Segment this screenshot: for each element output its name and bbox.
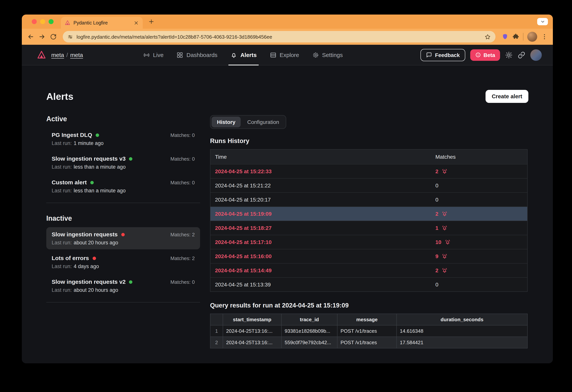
- tab-configuration[interactable]: Configuration: [242, 117, 285, 127]
- cell-trace-id: 93381e18268b09b...: [281, 326, 337, 337]
- alert-matches: Matches: 0: [171, 132, 195, 138]
- alert-list-item-selected[interactable]: Slow ingestion requests Matches: 2 Last …: [46, 227, 200, 249]
- tab-history[interactable]: History: [212, 117, 241, 127]
- feedback-label: Feedback: [435, 52, 460, 58]
- address-bar[interactable]: logfire.pydantic.dev/meta/meta/alerts?al…: [63, 31, 495, 43]
- active-heading: Active: [46, 115, 200, 123]
- alert-list-item[interactable]: Custom alert Matches: 0 Last run:less th…: [46, 175, 200, 197]
- nav-alerts[interactable]: Alerts: [224, 45, 263, 65]
- cell-start-timestamp: 2024-04-25T13:16:...: [223, 326, 281, 337]
- run-matches: 10: [435, 239, 523, 245]
- close-window-button[interactable]: [32, 19, 37, 24]
- column-header-index: [210, 314, 223, 325]
- runs-history-row[interactable]: 2024-04-25 at 15:18:27 1: [210, 221, 527, 235]
- alert-name: PG Ingest DLQ: [52, 132, 92, 138]
- nav-settings[interactable]: Settings: [305, 45, 349, 65]
- run-time: 2024-04-25 at 15:18:27: [215, 225, 435, 231]
- explore-rows-icon: [270, 51, 277, 58]
- alert-list-item[interactable]: PG Ingest DLQ Matches: 0 Last run:1 minu…: [46, 128, 200, 150]
- runs-history-row[interactable]: 2024-04-25 at 15:14:49 2: [210, 263, 527, 277]
- browser-menu-kebab-icon[interactable]: [541, 33, 548, 40]
- tab-close-icon[interactable]: [134, 20, 139, 25]
- cell-duration-seconds: 17.584421: [396, 337, 527, 348]
- user-avatar[interactable]: [530, 49, 542, 61]
- runs-history-row-selected[interactable]: 2024-04-25 at 15:19:09 2: [210, 206, 527, 221]
- cell-duration-seconds: 14.616348: [396, 326, 527, 337]
- query-result-row: 2 2024-04-25T13:16:... 559c0f79e792cb42.…: [210, 337, 527, 348]
- share-link-icon[interactable]: [518, 51, 525, 59]
- nav-explore[interactable]: Explore: [263, 45, 306, 65]
- tab-strip: Pydantic Logfire: [22, 15, 553, 29]
- run-time: 2024-04-25 at 15:14:49: [215, 267, 435, 273]
- page-title: Alerts: [46, 91, 73, 102]
- status-dot-red: [121, 233, 125, 236]
- alert-list-item[interactable]: Slow ingestion requests v2 Matches: 0 La…: [46, 275, 200, 297]
- zoom-window-button[interactable]: [48, 19, 54, 24]
- create-alert-button[interactable]: Create alert: [486, 90, 528, 103]
- reload-button[interactable]: [50, 33, 57, 40]
- breadcrumb-org-link[interactable]: meta: [51, 52, 64, 58]
- nav-live[interactable]: Live: [137, 45, 170, 65]
- query-results-table: start_timestamp trace_id message duratio…: [210, 314, 528, 348]
- column-header-matches: Matches: [435, 154, 523, 160]
- runs-history-row[interactable]: 2024-04-25 at 15:22:33 2: [210, 164, 527, 178]
- logfire-favicon-icon: [65, 20, 70, 26]
- tab-search-button[interactable]: [537, 18, 548, 25]
- run-time: 2024-04-25 at 15:22:33: [215, 168, 435, 174]
- app-header: meta/meta Live Dashboards Alerts: [22, 45, 553, 65]
- cell-message: POST /v1/traces: [337, 337, 396, 348]
- runs-history-row[interactable]: 2024-04-25 at 15:13:39 0: [210, 277, 527, 291]
- bell-ring-icon: [442, 267, 448, 273]
- browser-tab[interactable]: Pydantic Logfire: [61, 17, 143, 29]
- run-time: 2024-04-25 at 15:16:00: [215, 253, 435, 259]
- bell-ring-icon: [442, 253, 448, 259]
- runs-history-row[interactable]: 2024-04-25 at 15:20:17 0: [210, 192, 527, 206]
- live-broadcast-icon: [143, 51, 150, 58]
- info-circle-icon: [475, 52, 481, 58]
- nav-dashboards-label: Dashboards: [187, 52, 218, 58]
- alert-list-item[interactable]: Lots of errors Matches: 2 Last run:4 day…: [46, 251, 200, 273]
- status-dot-green: [90, 181, 94, 184]
- runs-history-row[interactable]: 2024-04-25 at 15:17:10 10: [210, 235, 527, 249]
- extension-icon[interactable]: [502, 33, 508, 40]
- feedback-button[interactable]: Feedback: [420, 49, 465, 61]
- bell-ring-icon: [442, 211, 448, 217]
- last-run-label: Last run:: [52, 164, 72, 170]
- window-controls: [32, 19, 54, 24]
- bookmark-star-icon[interactable]: [484, 33, 491, 40]
- runs-history-row[interactable]: 2024-04-25 at 15:21:22 0: [210, 178, 527, 192]
- new-tab-button[interactable]: [148, 18, 155, 25]
- back-button[interactable]: [27, 33, 34, 41]
- last-run-value: less than a minute ago: [74, 188, 126, 193]
- minimize-window-button[interactable]: [40, 19, 45, 24]
- alert-list-item[interactable]: Slow ingestion requests v3 Matches: 0 La…: [46, 151, 200, 174]
- forward-button[interactable]: [38, 33, 46, 41]
- browser-profile-avatar[interactable]: [527, 32, 537, 42]
- runs-history-row[interactable]: 2024-04-25 at 15:16:00 9: [210, 249, 527, 263]
- toolbar-divider: [523, 33, 524, 41]
- status-dot-green: [96, 133, 99, 137]
- column-header-duration-seconds: duration_seconds: [396, 314, 527, 325]
- nav-dashboards[interactable]: Dashboards: [170, 45, 224, 65]
- runs-table-header: Time Matches: [210, 150, 527, 164]
- run-matches: 9: [435, 253, 523, 259]
- cell-message: POST /v1/traces: [337, 326, 396, 337]
- column-header-start-timestamp: start_timestamp: [223, 314, 281, 325]
- theme-sun-icon[interactable]: [505, 51, 513, 59]
- main-content: Alerts Create alert Active PG Ingest DLQ…: [22, 65, 553, 363]
- page-head: Alerts Create alert: [46, 90, 528, 103]
- site-settings-icon[interactable]: [67, 34, 73, 40]
- beta-button[interactable]: Beta: [470, 49, 500, 61]
- nav-live-label: Live: [153, 52, 164, 58]
- cell-trace-id: 559c0f79e792cb42...: [281, 337, 337, 348]
- run-matches: 2: [435, 267, 523, 273]
- run-matches: 1: [435, 225, 523, 231]
- extensions-puzzle-icon[interactable]: [512, 33, 519, 40]
- section-divider: [46, 203, 200, 203]
- alert-matches: Matches: 0: [171, 156, 195, 162]
- tab-title: Pydantic Logfire: [73, 20, 130, 25]
- last-run-label: Last run:: [52, 240, 72, 246]
- logfire-app: meta/meta Live Dashboards Alerts: [22, 45, 553, 363]
- breadcrumb-project-link[interactable]: meta: [70, 52, 83, 58]
- logfire-logo-icon[interactable]: [37, 50, 46, 60]
